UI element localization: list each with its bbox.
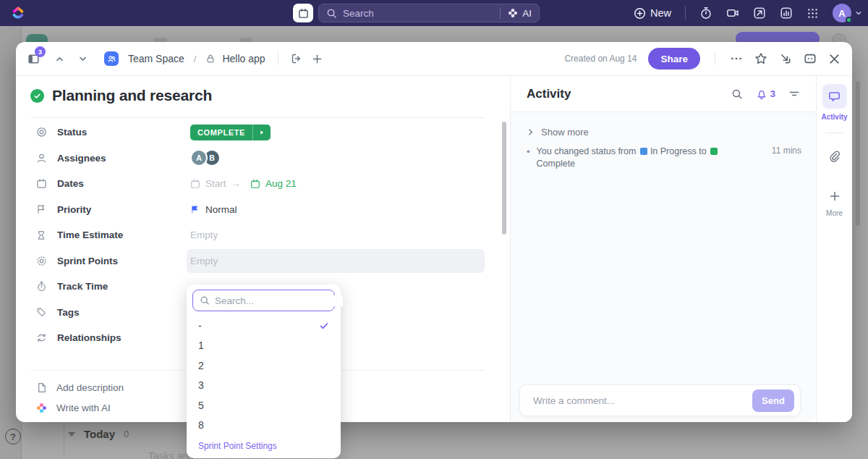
status-badge[interactable]: COMPLETE (190, 125, 271, 140)
new-button[interactable]: New (634, 7, 671, 20)
collapse-triangle-icon[interactable] (68, 432, 75, 437)
field-label: Status (57, 127, 87, 138)
comment-box[interactable]: Send (519, 384, 801, 416)
top-bar: AI New (0, 0, 868, 26)
dropdown-search-input[interactable] (215, 295, 343, 306)
add-tab-icon[interactable] (312, 54, 323, 64)
modal-header: 3 Team Space / Hello app (16, 42, 852, 76)
space-avatar-icon[interactable] (104, 51, 119, 66)
divider (30, 117, 485, 118)
add-tab-icon[interactable] (829, 190, 841, 202)
chevron-right-icon (527, 128, 535, 136)
priority-value[interactable]: Normal (205, 204, 237, 215)
left-pane-scrollbar[interactable] (502, 122, 506, 235)
field-label: Priority (57, 204, 91, 215)
complete-color-square (710, 148, 718, 155)
clickup-logo-icon[interactable] (10, 5, 26, 21)
bell-icon (756, 88, 767, 100)
activity-entry: • You changed status from In Progress to… (527, 146, 801, 170)
move-task-icon[interactable] (291, 53, 302, 64)
field-status: Status COMPLETE (30, 119, 499, 146)
notifications-button[interactable]: 3 (756, 88, 775, 100)
divider (500, 7, 501, 19)
created-date: Created on Aug 14 (564, 54, 637, 64)
more-label: More (826, 209, 843, 217)
divider (278, 52, 278, 65)
more-options-icon[interactable] (730, 52, 743, 65)
document-icon (36, 382, 47, 393)
active-field-highlight (187, 249, 485, 273)
check-icon (319, 321, 329, 331)
dashboard-chart-icon[interactable] (780, 7, 793, 20)
divider (685, 7, 686, 20)
next-task-button[interactable] (78, 54, 88, 64)
breadcrumb-space[interactable]: Team Space (128, 53, 184, 64)
tab-activity[interactable] (822, 84, 847, 109)
today-section-header: Today 0 (68, 428, 129, 440)
global-search[interactable]: AI (318, 4, 540, 22)
lock-icon (205, 54, 216, 64)
share-button[interactable]: Share (648, 48, 700, 70)
dropdown-option[interactable]: 5 (192, 395, 335, 416)
send-button[interactable]: Send (752, 389, 794, 412)
user-menu[interactable]: A (833, 4, 862, 22)
task-title[interactable]: Planning and research (52, 87, 212, 104)
page-scrollbar[interactable] (856, 81, 860, 226)
field-label: Dates (57, 178, 84, 189)
screen: AI New (0, 0, 868, 459)
field-assignees: Assignees A B (30, 146, 499, 172)
task-modal: 3 Team Space / Hello app (16, 42, 852, 422)
ai-button[interactable]: AI (522, 8, 532, 19)
start-date[interactable]: Start (205, 178, 226, 189)
close-icon[interactable] (828, 53, 841, 65)
dropdown-option-selected[interactable]: - (192, 316, 335, 336)
sprint-point-settings-link[interactable]: Sprint Point Settings (192, 435, 335, 457)
paperclip-icon[interactable] (828, 151, 841, 163)
dropdown-options: - 1 2 3 5 8 (192, 316, 335, 435)
dropdown-option[interactable]: 1 (192, 336, 335, 356)
person-icon (36, 153, 48, 164)
dropdown-option[interactable]: 2 (192, 355, 335, 376)
search-input[interactable] (343, 8, 493, 19)
import-icon[interactable] (753, 7, 766, 20)
tab-activity-label: Activity (821, 113, 847, 121)
dropdown-search[interactable] (192, 290, 335, 311)
topbar-actions: New A (634, 0, 862, 26)
timer-icon[interactable] (699, 7, 712, 20)
stopwatch-icon (36, 281, 48, 292)
help-button[interactable]: ? (5, 429, 21, 445)
apps-grid-icon[interactable] (807, 7, 819, 20)
field-label: Relationships (57, 332, 122, 343)
field-label: Track Time (57, 281, 108, 292)
today-count: 0 (124, 429, 129, 439)
add-description-button[interactable]: Add description (36, 378, 124, 397)
field-priority: Priority Normal (30, 197, 499, 223)
next-status-icon[interactable] (253, 125, 271, 140)
sprint-points-value[interactable]: Empty (190, 256, 218, 266)
show-more-button[interactable]: Show more (527, 127, 589, 138)
date-arrow: → (231, 178, 242, 189)
write-with-ai-button[interactable]: Write with AI (36, 398, 111, 417)
minimize-icon[interactable] (779, 52, 792, 65)
filter-icon[interactable] (788, 88, 800, 100)
favorite-star-icon[interactable] (754, 52, 767, 65)
assignee-avatar[interactable]: A (190, 149, 208, 167)
dropdown-option[interactable]: 3 (192, 376, 335, 396)
due-date[interactable]: Aug 21 (265, 178, 297, 189)
activity-entry-text: You changed status from In Progress to C… (537, 146, 723, 170)
sidebar-toggle-icon[interactable]: 3 (27, 53, 40, 65)
avatar-initial: A (838, 8, 845, 19)
search-icon[interactable] (731, 88, 743, 100)
divider (715, 52, 715, 65)
expand-icon[interactable] (804, 52, 817, 65)
comment-input[interactable] (533, 395, 752, 406)
video-record-icon[interactable] (726, 7, 739, 20)
prev-task-button[interactable] (55, 54, 64, 64)
field-dates: Dates Start → Aug 21 (30, 171, 499, 197)
write-with-ai-label: Write with AI (56, 403, 111, 413)
calendar-button[interactable] (293, 4, 313, 22)
flag-icon (36, 204, 48, 214)
dropdown-option[interactable]: 8 (192, 416, 335, 436)
time-estimate-value[interactable]: Empty (190, 230, 218, 240)
breadcrumb-app[interactable]: Hello app (222, 53, 265, 64)
